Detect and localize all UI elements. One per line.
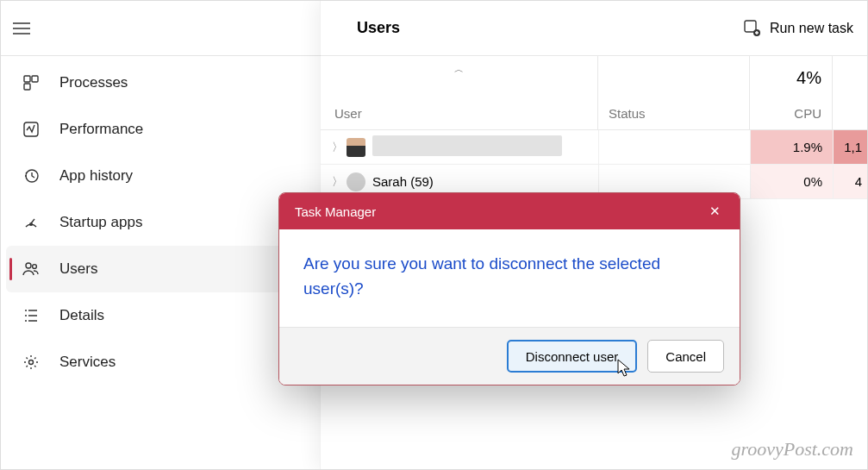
sidebar-item-label: App history	[59, 167, 133, 185]
column-user[interactable]: ︿ User	[321, 56, 598, 129]
column-label: CPU	[794, 106, 821, 121]
memory-cell: 1,1	[833, 130, 867, 164]
column-cpu[interactable]: 4% CPU	[750, 56, 833, 129]
svg-rect-0	[24, 76, 30, 82]
disconnect-user-button[interactable]: Disconnect user	[507, 340, 638, 373]
sidebar: Processes Performance App history Startu…	[1, 56, 320, 470]
watermark: groovyPost.com	[731, 438, 853, 461]
avatar	[347, 138, 365, 157]
sidebar-item-label: Startup apps	[59, 214, 142, 231]
sidebar-item-services[interactable]: Services	[1, 339, 320, 385]
sidebar-item-app-history[interactable]: App history	[1, 153, 320, 199]
svg-rect-9	[745, 21, 756, 32]
svg-point-6	[26, 263, 31, 268]
hamburger-menu[interactable]	[1, 22, 42, 34]
cancel-button[interactable]: Cancel	[647, 340, 724, 373]
list-icon	[22, 308, 41, 323]
user-row[interactable]: 〉 1.9% 1,1	[321, 130, 867, 165]
column-label: User	[334, 106, 362, 121]
close-icon[interactable]: ✕	[702, 204, 727, 219]
memory-cell: 4	[833, 165, 867, 198]
sidebar-item-details[interactable]: Details	[1, 292, 320, 339]
gauge-icon	[22, 215, 41, 230]
sidebar-item-performance[interactable]: Performance	[1, 106, 320, 153]
sidebar-item-label: Users	[59, 260, 97, 278]
history-icon	[22, 168, 41, 184]
dialog-message: Are you sure you want to disconnect the …	[279, 229, 740, 327]
grid-icon	[22, 75, 41, 91]
user-name: Sarah (59)	[372, 174, 598, 189]
sort-indicator-icon: ︿	[454, 63, 464, 76]
users-icon	[22, 261, 41, 277]
column-label: Status	[609, 106, 646, 121]
sidebar-item-startup-apps[interactable]: Startup apps	[1, 199, 320, 246]
dialog-title: Task Manager	[295, 204, 376, 219]
column-memory[interactable]	[833, 56, 867, 129]
cpu-total-value: 4%	[796, 68, 821, 88]
sidebar-item-label: Services	[59, 354, 116, 371]
confirm-dialog: Task Manager ✕ Are you sure you want to …	[278, 192, 740, 385]
svg-point-8	[29, 360, 34, 365]
run-task-icon	[744, 20, 761, 37]
sidebar-item-users[interactable]: Users	[6, 246, 315, 292]
chevron-right-icon[interactable]: 〉	[321, 140, 347, 155]
cpu-cell: 1.9%	[750, 130, 833, 164]
activity-icon	[22, 122, 41, 137]
run-task-label: Run new task	[770, 21, 853, 36]
run-new-task-button[interactable]: Run new task	[744, 20, 853, 37]
column-headers: ︿ User Status 4% CPU	[321, 56, 867, 130]
sidebar-item-label: Performance	[59, 121, 143, 138]
page-title: Users	[357, 19, 400, 37]
svg-rect-2	[24, 84, 30, 90]
status-cell	[598, 130, 750, 164]
svg-rect-1	[32, 76, 38, 82]
user-name-selected	[372, 135, 562, 156]
chevron-right-icon[interactable]: 〉	[321, 174, 347, 190]
svg-point-7	[33, 265, 37, 269]
avatar	[347, 172, 365, 191]
sidebar-item-label: Processes	[59, 74, 128, 91]
gear-icon	[22, 354, 41, 370]
sidebar-item-processes[interactable]: Processes	[1, 60, 320, 106]
cpu-cell: 0%	[750, 165, 833, 198]
column-status[interactable]: Status	[598, 56, 750, 129]
sidebar-item-label: Details	[59, 307, 104, 324]
